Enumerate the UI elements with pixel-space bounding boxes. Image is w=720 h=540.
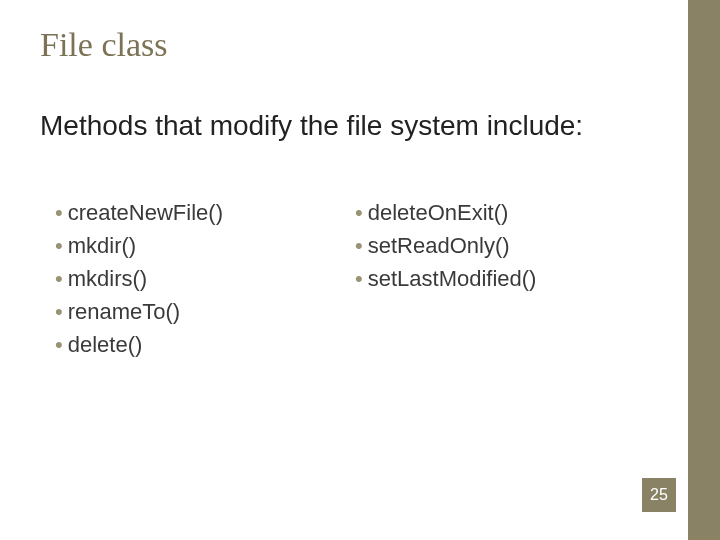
- bullet-icon: •: [55, 202, 63, 224]
- bullet-icon: •: [355, 268, 363, 290]
- page-number: 25: [650, 486, 668, 504]
- accent-sidebar: [688, 0, 720, 540]
- bullet-icon: •: [55, 334, 63, 356]
- left-column: • createNewFile() • mkdir() • mkdirs() •…: [55, 200, 355, 365]
- list-item: • mkdir(): [55, 233, 355, 259]
- bullet-icon: •: [55, 235, 63, 257]
- list-item: • createNewFile(): [55, 200, 355, 226]
- method-label: renameTo(): [68, 299, 180, 325]
- list-item: • setLastModified(): [355, 266, 655, 292]
- bullet-icon: •: [355, 235, 363, 257]
- method-label: delete(): [68, 332, 143, 358]
- list-item: • delete(): [55, 332, 355, 358]
- method-label: deleteOnExit(): [368, 200, 509, 226]
- page-title: File class: [40, 26, 167, 64]
- list-item: • setReadOnly(): [355, 233, 655, 259]
- bullet-icon: •: [355, 202, 363, 224]
- bullet-icon: •: [55, 268, 63, 290]
- method-columns: • createNewFile() • mkdir() • mkdirs() •…: [55, 200, 655, 365]
- right-column: • deleteOnExit() • setReadOnly() • setLa…: [355, 200, 655, 365]
- list-item: • mkdirs(): [55, 266, 355, 292]
- subtitle-text: Methods that modify the file system incl…: [40, 110, 660, 142]
- page-number-badge: 25: [642, 478, 676, 512]
- bullet-icon: •: [55, 301, 63, 323]
- method-label: mkdir(): [68, 233, 136, 259]
- method-label: mkdirs(): [68, 266, 147, 292]
- method-label: setLastModified(): [368, 266, 537, 292]
- list-item: • deleteOnExit(): [355, 200, 655, 226]
- method-label: createNewFile(): [68, 200, 223, 226]
- list-item: • renameTo(): [55, 299, 355, 325]
- method-label: setReadOnly(): [368, 233, 510, 259]
